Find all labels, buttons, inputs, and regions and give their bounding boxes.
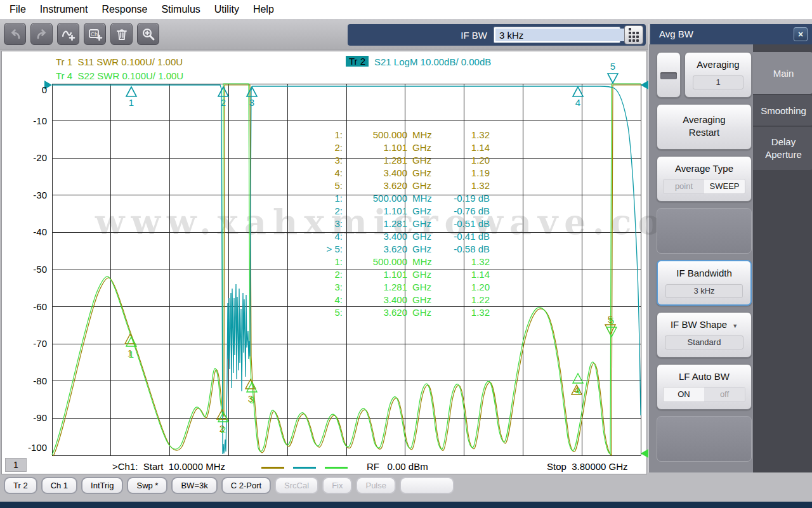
sweep-start-label: >Ch1: Start 10.0000 MHz <box>112 461 225 472</box>
trace2-label[interactable]: S21 LogM 10.00dB/ 0.00dB <box>374 56 491 67</box>
status-button-pulse: Pulse <box>356 477 396 494</box>
y-axis-tick: -80 <box>18 375 47 386</box>
y-axis-tick: -70 <box>18 338 47 349</box>
panel-title-text: Avg BW <box>659 29 693 39</box>
lf-auto-bw-label: LF Auto BW <box>657 371 751 382</box>
averaging-button[interactable]: Averaging 1 <box>684 52 752 98</box>
marker-row: 2:1.101GHz1.14 <box>307 268 490 281</box>
status-button-tr-2[interactable]: Tr 2 <box>4 477 37 494</box>
waveform-plus-icon <box>61 27 76 42</box>
close-button[interactable]: × <box>794 27 808 41</box>
status-button-inttrig[interactable]: IntTrig <box>81 477 123 494</box>
y-axis-tick: -40 <box>18 226 47 237</box>
averaging-toggle-button[interactable] <box>657 52 681 98</box>
marker-row: 2:1.101GHz-0.76 dB <box>307 205 490 218</box>
ifbw-bar: IF BW ▲ ▼ <box>348 24 646 46</box>
marker-table-tr1: 1:500.000MHz1.322:1.101GHz1.143:1.281GHz… <box>307 129 490 192</box>
menu-help[interactable]: Help <box>246 4 281 15</box>
svg-text:Ch: Ch <box>91 30 98 37</box>
undo-button[interactable] <box>4 23 26 45</box>
trace1-label[interactable]: Tr 1 S11 SWR 0.100U/ 1.00U <box>56 56 183 67</box>
averaging-restart-label: Averaging Restart <box>657 114 751 139</box>
marker-row: 5:3.620GHz1.32 <box>307 179 490 192</box>
marker-row: 3:1.281GHz-0.51 dB <box>307 218 490 230</box>
trash-icon <box>114 27 129 42</box>
if-bandwidth-button[interactable]: IF Bandwidth 3 kHz <box>657 260 752 306</box>
tab-smoothing[interactable]: Smoothing <box>753 95 812 126</box>
trace1-legend-dash <box>261 467 284 469</box>
blank-button-2 <box>657 416 752 462</box>
menu-instrument[interactable]: Instrument <box>33 4 95 15</box>
status-button-ch-1[interactable]: Ch 1 <box>41 477 77 494</box>
marker-row: > 5:3.620GHz-0.58 dB <box>307 243 490 256</box>
menu-utility[interactable]: Utility <box>207 4 246 15</box>
side-panel: Avg BW × Averaging 1 Averaging Restart A… <box>648 24 812 472</box>
status-button-bar: Tr 2Ch 1IntTrigSwp *BW=3kC 2-PortSrcCalF… <box>4 477 454 495</box>
marker-row: 4:3.400GHz1.19 <box>307 167 490 179</box>
trace4-legend-dash <box>325 467 348 469</box>
channel-tab[interactable]: 1 <box>5 458 27 472</box>
average-type-sweep-option[interactable]: SWEEP <box>704 179 745 193</box>
marker-row: 4:3.400GHz-0.41 dB <box>307 230 490 243</box>
if-bw-shape-button[interactable]: IF BW Shape▼ Standard <box>657 312 752 358</box>
trace2-badge[interactable]: Tr 2 <box>346 56 369 67</box>
menu-stimulus[interactable]: Stimulus <box>154 4 207 15</box>
averaging-restart-button[interactable]: Averaging Restart <box>657 104 752 150</box>
y-axis-tick: -90 <box>18 412 47 423</box>
rf-power-label: RF 0.00 dBm <box>367 461 428 472</box>
menu-response[interactable]: Response <box>95 4 154 15</box>
marker-row: 5:3.620GHz1.32 <box>307 306 490 319</box>
status-button-srccal: SrcCal <box>275 477 318 494</box>
y-axis-tick: -100 <box>18 442 47 453</box>
add-channel-button[interactable]: Ch <box>84 23 106 45</box>
zoom-button[interactable] <box>137 23 159 45</box>
marker-row: 1:500.000MHz-0.19 dB <box>307 192 490 205</box>
status-button-bw-3k[interactable]: BW=3k <box>171 477 217 494</box>
trace2-legend-dash <box>293 467 316 469</box>
if-bw-shape-label: IF BW Shape <box>671 319 727 330</box>
marker-row: 3:1.281GHz1.20 <box>307 154 490 167</box>
channel-plus-icon: Ch <box>88 27 103 42</box>
status-button-c-2-port[interactable]: C 2-Port <box>221 477 271 494</box>
close-icon: × <box>798 29 803 39</box>
status-button-swp-[interactable]: Swp * <box>127 477 167 494</box>
lf-auto-bw-off-option[interactable]: off <box>704 388 745 401</box>
add-trace-button[interactable] <box>57 23 79 45</box>
menu-file[interactable]: File <box>3 4 33 15</box>
marker-table-tr4: 1:500.000MHz1.322:1.101GHz1.143:1.281GHz… <box>307 256 490 319</box>
y-axis-tick: -20 <box>18 152 47 163</box>
y-axis-tick: -50 <box>18 264 47 275</box>
blank-button-1 <box>657 208 752 254</box>
if-bandwidth-label: IF Bandwidth <box>658 268 750 278</box>
ifbw-input[interactable] <box>495 29 625 41</box>
average-type-point-option[interactable]: point <box>664 179 704 193</box>
lf-auto-bw-on-option[interactable]: ON <box>664 388 704 401</box>
marker-row: 2:1.101GHz1.14 <box>307 141 490 154</box>
keypad-button[interactable] <box>624 25 643 44</box>
undo-icon <box>8 27 23 42</box>
redo-icon <box>34 27 49 42</box>
vna-application-window: FileInstrumentResponseStimulusUtilityHel… <box>0 0 812 508</box>
y-axis-tick: -10 <box>18 115 47 126</box>
tab-delay-aperture[interactable]: Delay Aperture <box>753 127 812 170</box>
keypad-icon <box>629 28 639 42</box>
marker-row: 3:1.281GHz1.20 <box>307 281 490 294</box>
panel-title: Avg BW × <box>650 24 812 44</box>
dropdown-arrow-icon: ▼ <box>732 323 738 329</box>
trace4-label[interactable]: Tr 4 S22 SWR 0.100U/ 1.00U <box>56 70 183 81</box>
status-button-empty <box>400 477 454 494</box>
ifbw-label: IF BW <box>461 30 487 41</box>
y-axis-tick: 0 <box>18 84 47 95</box>
if-bw-shape-value: Standard <box>665 335 743 349</box>
marker-row: 4:3.400GHz1.22 <box>307 294 490 306</box>
delete-button[interactable] <box>110 23 133 45</box>
tab-main[interactable]: Main <box>753 52 812 94</box>
average-type-button[interactable]: Average Type point SWEEP <box>657 156 752 202</box>
footer-strip <box>0 502 812 508</box>
magnifier-plus-icon <box>141 27 156 42</box>
lf-auto-bw-button[interactable]: LF Auto BW ON off <box>657 364 752 410</box>
marker-row: 1:500.000MHz1.32 <box>307 256 490 268</box>
toggle-slot-icon <box>660 72 677 79</box>
marker-row: 1:500.000MHz1.32 <box>307 129 490 141</box>
redo-button[interactable] <box>30 23 53 45</box>
